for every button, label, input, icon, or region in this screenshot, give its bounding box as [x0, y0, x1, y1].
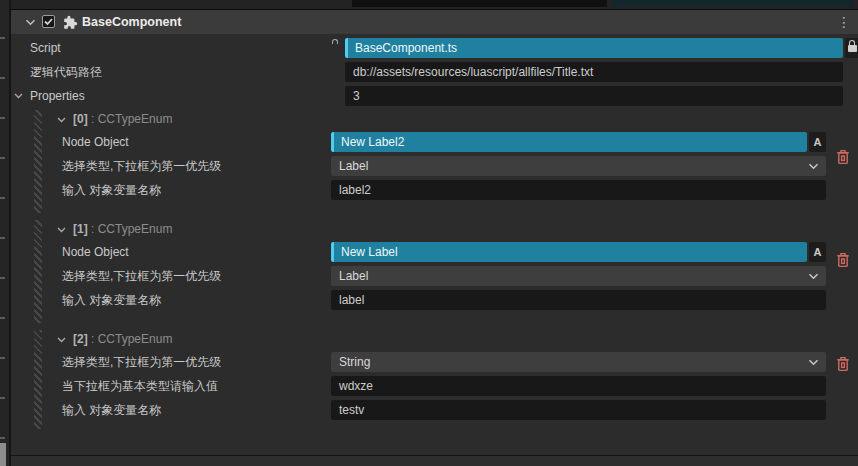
code-path-value: db://assets/resources/luascript/allfiles… [353, 65, 593, 79]
properties-count-value: 3 [353, 89, 360, 103]
script-label: Script [30, 38, 61, 58]
var-name-label: 输入 对象变量名称 [62, 400, 161, 420]
array-element-indent-bar [34, 330, 42, 429]
properties-label: Properties [30, 86, 85, 106]
delete-element-button[interactable] [836, 356, 850, 372]
element-2-chevron-icon[interactable] [57, 337, 66, 343]
chevron-down-icon [808, 359, 819, 366]
focus-caret [331, 132, 334, 152]
var-name-value: label2 [339, 183, 371, 197]
var-name-value: label [339, 293, 364, 307]
node-object-field[interactable]: New Label2 [331, 132, 807, 152]
focus-caret [331, 242, 334, 262]
rail-tick [0, 37, 5, 39]
var-name-value: testv [339, 403, 364, 417]
type-select-label: 选择类型,下拉框为第一优先级 [62, 352, 221, 372]
chevron-down-icon [808, 163, 819, 170]
component-puzzle-icon [63, 15, 78, 30]
node-type-badge: A [809, 132, 826, 152]
var-name-label: 输入 对象变量名称 [62, 180, 161, 200]
properties-chevron-icon[interactable] [14, 93, 23, 99]
delete-element-button[interactable] [836, 252, 850, 268]
previous-field-edge [612, 0, 853, 7]
element-0-header: [0] : CCTypeEnum [73, 110, 172, 128]
node-object-field[interactable]: New Label [331, 242, 807, 262]
component-title: BaseComponent [82, 10, 181, 34]
element-index: [0] [73, 112, 88, 126]
component-enabled-checkbox[interactable] [42, 15, 55, 28]
rail-tick [0, 197, 5, 199]
type-select-dropdown[interactable]: Label [331, 156, 826, 176]
node-type-badge: A [809, 242, 826, 262]
node-object-label: Node Object [62, 242, 129, 262]
basic-value-label: 当下拉框为基本类型请输入值 [62, 376, 218, 396]
check-icon [43, 16, 54, 27]
element-1-header: [1] : CCTypeEnum [73, 220, 172, 238]
menu-kebab-icon[interactable]: ⋮ [834, 10, 854, 34]
scrollbar-thumb[interactable] [0, 443, 6, 466]
type-select-dropdown[interactable]: Label [331, 266, 826, 286]
previous-field-edge [352, 0, 607, 7]
element-0-chevron-icon[interactable] [57, 117, 66, 123]
script-asset-value: BaseComponent.ts [355, 41, 457, 55]
type-select-value: String [339, 355, 370, 369]
array-element-indent-bar [34, 220, 42, 323]
chevron-down-icon [808, 273, 819, 280]
type-select-dropdown[interactable]: String [331, 352, 826, 372]
basic-value-input[interactable]: wdxze [331, 376, 826, 396]
code-path-input[interactable]: db://assets/resources/luascript/allfiles… [345, 62, 843, 82]
rail-tick [0, 237, 5, 239]
node-object-value: New Label [341, 245, 398, 259]
previous-row-strip [11, 0, 858, 10]
rail-tick [0, 437, 5, 439]
node-object-label: Node Object [62, 132, 129, 152]
element-1-chevron-icon[interactable] [57, 227, 66, 233]
panel-divider[interactable] [9, 0, 11, 466]
element-type: : CCTypeEnum [91, 112, 172, 126]
delete-element-button[interactable] [836, 149, 850, 165]
element-type: : CCTypeEnum [91, 222, 172, 236]
basic-value-value: wdxze [339, 379, 373, 393]
focus-caret [345, 38, 348, 58]
element-index: [1] [73, 222, 88, 236]
rail-tick [0, 397, 5, 399]
rail-tick [0, 157, 5, 159]
var-name-input[interactable]: label2 [331, 180, 826, 200]
type-select-value: Label [339, 269, 368, 283]
script-asset-field[interactable]: BaseComponent.ts [345, 38, 843, 58]
var-name-label: 输入 对象变量名称 [62, 290, 161, 310]
type-select-label: 选择类型,下拉框为第一优先级 [62, 156, 221, 176]
rail-tick [0, 357, 5, 359]
type-select-label: 选择类型,下拉框为第一优先级 [62, 266, 221, 286]
component-header[interactable]: BaseComponent ⋮ [11, 10, 858, 34]
inspector-panel: BaseComponent ⋮ Script BaseComponent.ts … [0, 0, 858, 466]
element-type: : CCTypeEnum [91, 332, 172, 346]
rail-tick [0, 77, 5, 79]
code-path-label: 逻辑代码路径 [30, 62, 102, 82]
rail-tick [0, 117, 5, 119]
rail-tick [0, 317, 5, 319]
properties-count-input[interactable]: 3 [345, 86, 843, 106]
panel-bottom-area [11, 456, 858, 466]
lock-icon [848, 45, 857, 52]
node-object-value: New Label2 [341, 135, 404, 149]
type-select-value: Label [339, 159, 368, 173]
element-index: [2] [73, 332, 88, 346]
rail-tick [0, 277, 5, 279]
var-name-input[interactable]: label [331, 290, 826, 310]
var-name-input[interactable]: testv [331, 400, 826, 420]
array-element-indent-bar [34, 110, 42, 213]
collapse-chevron-icon[interactable] [25, 19, 36, 26]
element-2-header: [2] : CCTypeEnum [73, 330, 172, 348]
script-lock-button[interactable] [845, 38, 858, 58]
